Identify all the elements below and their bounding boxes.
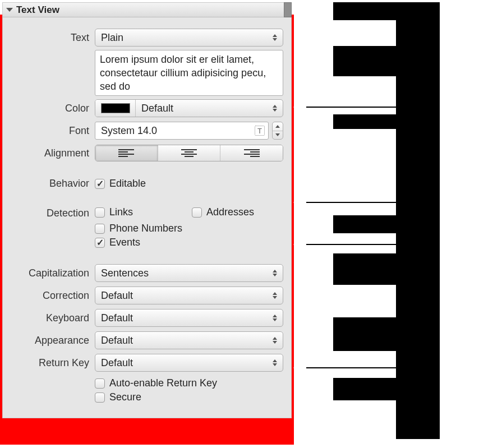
annotation-column [396, 2, 440, 439]
section-header[interactable]: Text View [3, 3, 291, 17]
color-popup[interactable]: Default [136, 100, 283, 117]
annotation-block [333, 215, 397, 233]
align-left-icon [118, 149, 134, 157]
text-type-value: Plain [101, 32, 123, 44]
auto-enable-return-key-checkbox[interactable] [95, 378, 105, 389]
capitalization-value: Sentences [101, 267, 149, 279]
color-swatch [101, 103, 130, 113]
text-content-textarea[interactable]: Lorem ipsum dolor sit er elit lamet, con… [95, 50, 283, 96]
return-key-popup[interactable]: Default [95, 354, 283, 372]
align-left-button[interactable] [95, 145, 158, 161]
return-key-label: Return Key [11, 357, 95, 369]
font-picker-icon[interactable]: T [255, 126, 265, 136]
color-well[interactable] [95, 100, 136, 117]
callout-connector [306, 107, 396, 108]
capitalization-popup[interactable]: Sentences [95, 264, 283, 282]
correction-label: Correction [11, 290, 95, 302]
text-content-value: Lorem ipsum dolor sit er elit lamet, con… [100, 54, 266, 92]
annotation-block [333, 317, 397, 351]
disclosure-triangle-icon[interactable] [6, 8, 13, 12]
callout-arrow-icon [293, 193, 307, 211]
align-right-icon [244, 149, 260, 157]
align-right-button[interactable] [220, 145, 283, 161]
inspector-form: Text Plain Lorem ipsum [3, 17, 291, 418]
popup-arrows-icon [273, 358, 278, 367]
color-label: Color [11, 103, 95, 114]
detect-addresses-checkbox[interactable] [192, 207, 202, 218]
callout-connector [306, 202, 396, 203]
stepper-down[interactable] [273, 131, 283, 140]
color-popup-value: Default [141, 103, 173, 114]
keyboard-popup[interactable]: Default [95, 309, 283, 327]
appearance-popup[interactable]: Default [95, 331, 283, 349]
appearance-label: Appearance [11, 335, 95, 347]
font-size-stepper[interactable] [272, 122, 283, 140]
callout-arrow-icon [293, 98, 307, 116]
section-detection: Detection Links Addresses [8, 198, 285, 257]
popup-arrows-icon [273, 291, 278, 300]
editable-checkbox-label: Editable [109, 178, 146, 190]
annotation-block [333, 253, 397, 285]
annotation-block [333, 378, 397, 400]
correction-value: Default [101, 290, 133, 302]
section-keyboard: Capitalization Sentences Correction Defa… [8, 257, 285, 412]
secure-label: Secure [109, 391, 141, 403]
appearance-value: Default [101, 335, 133, 347]
font-field[interactable]: System 14.0 T [95, 122, 269, 140]
correction-popup[interactable]: Default [95, 287, 283, 304]
callout-connector [306, 367, 396, 368]
alignment-label: Alignment [11, 147, 95, 159]
editable-checkbox[interactable] [95, 179, 105, 189]
stepper-up[interactable] [273, 122, 283, 131]
detect-links-label: Links [109, 206, 133, 218]
annotation-block [333, 46, 397, 76]
font-value: System 14.0 [101, 125, 157, 137]
secure-checkbox[interactable] [95, 392, 105, 403]
inspector-panel: Text View Text Plain [2, 2, 292, 418]
detect-addresses-label: Addresses [206, 206, 254, 218]
keyboard-label: Keyboard [11, 312, 95, 324]
align-center-icon [181, 149, 197, 157]
callout-arrow-icon [293, 359, 307, 377]
popup-arrows-icon [273, 104, 278, 113]
section-behavior: Behavior Editable [8, 170, 285, 198]
detect-events-checkbox[interactable] [95, 238, 105, 248]
keyboard-value: Default [101, 312, 133, 324]
return-key-value: Default [101, 357, 133, 369]
capitalization-label: Capitalization [11, 267, 95, 279]
annotation-block [333, 2, 397, 20]
panel-resize-grip[interactable] [284, 2, 292, 17]
alignment-segmented [95, 145, 283, 161]
popup-arrows-icon [273, 336, 278, 345]
text-type-popup[interactable]: Plain [95, 29, 283, 47]
popup-arrows-icon [273, 269, 278, 278]
section-text: Text Plain Lorem ipsum [8, 22, 285, 170]
section-title: Text View [16, 4, 59, 16]
text-color-control: Default [95, 99, 283, 117]
align-center-button[interactable] [158, 145, 220, 161]
font-label: Font [11, 125, 95, 137]
text-label: Text [11, 32, 95, 44]
popup-arrows-icon [273, 313, 278, 322]
detect-phone-numbers-label: Phone Numbers [109, 223, 182, 234]
popup-arrows-icon [273, 33, 278, 42]
behavior-label: Behavior [11, 178, 95, 190]
callout-connector [306, 244, 396, 245]
detect-links-checkbox[interactable] [95, 207, 105, 218]
detect-phone-numbers-checkbox[interactable] [95, 224, 105, 234]
detection-label: Detection [11, 204, 95, 219]
detect-events-label: Events [109, 237, 140, 248]
annotation-block [333, 114, 397, 129]
callout-arrow-icon [293, 235, 307, 253]
auto-enable-return-key-label: Auto-enable Return Key [109, 377, 217, 389]
